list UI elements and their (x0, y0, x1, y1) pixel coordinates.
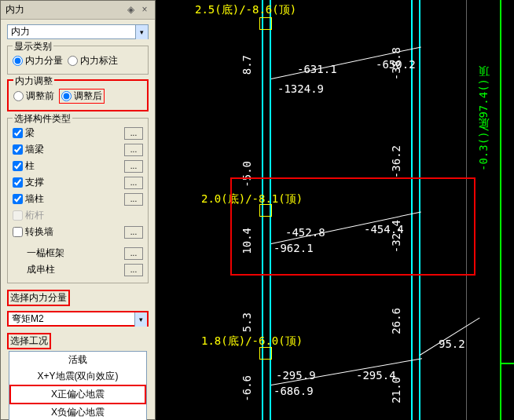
check-column[interactable]: 柱 (13, 159, 35, 173)
component-value: 弯矩M2 (12, 312, 44, 326)
node-square (259, 17, 272, 30)
main-dropdown[interactable]: 内力 ▾ (7, 24, 149, 39)
component-label: 选择内力分量 (7, 290, 70, 306)
list-item-selected[interactable]: X正偏心地震 (9, 385, 146, 404)
member-type-title: 选择构件类型 (13, 112, 72, 126)
vvalue: -38.8 (390, 47, 402, 80)
main-dropdown-value: 内力 (11, 25, 30, 38)
transferwall-options-button[interactable]: ... (124, 226, 143, 239)
member-type-group: 选择构件类型 梁... 墙梁... 柱... 支撑... 墙柱... 桁杆 转换… (7, 118, 149, 283)
check-brace[interactable]: 支撑 (13, 176, 44, 189)
list-item[interactable]: 活载 (9, 352, 146, 368)
panel-header: 内力 ◈ × (1, 1, 155, 20)
vvalue: -6.6 (240, 375, 253, 402)
case-listbox[interactable]: 活载 X+Y地震(双向效应) X正偏心地震 X负偏心地震 (9, 351, 147, 420)
value: -686.9 (274, 385, 314, 397)
check-wallcolumn[interactable]: 墙柱 (13, 192, 44, 206)
story-label-3: 1.8(底)/-6.0(顶) (201, 334, 303, 349)
check-truss: 桁杆 (13, 209, 44, 222)
vvalue: -36.2 (390, 145, 402, 178)
frame2-button[interactable]: ... (124, 264, 143, 276)
diagram-canvas[interactable]: 2.5(底)/-8.6(顶) 2.0(底)/-8.1(顶) 1.8(底)/-6.… (156, 0, 514, 420)
list-item[interactable]: X+Y地震(双向效应) (9, 368, 146, 385)
radio-after-adjust[interactable]: 调整后 (59, 89, 105, 104)
wall-label: -0.3(底)/-97.4(顶) (476, 79, 490, 171)
column-options-button[interactable]: ... (124, 160, 143, 173)
vvalue: 8.7 (240, 55, 253, 75)
check-transferwall[interactable]: 转换墙 (13, 225, 53, 239)
check-wallbeam[interactable]: 墙梁 (13, 143, 44, 156)
frame-label-1: 一榀框架 (27, 247, 64, 260)
story-label-1: 2.5(底)/-8.6(顶) (195, 3, 296, 17)
vvalue: 21.0 (390, 377, 402, 404)
beam-options-button[interactable]: ... (124, 127, 143, 140)
radio-force-annotation[interactable]: 内力标注 (68, 54, 118, 68)
chevron-down-icon: ▾ (134, 312, 147, 327)
wallcolumn-options-button[interactable]: ... (124, 193, 143, 206)
list-item[interactable]: X负偏心地震 (9, 404, 146, 420)
wall-hline (500, 363, 514, 364)
vvalue: 5.3 (240, 312, 253, 332)
frame-label-2: 成串柱 (27, 263, 55, 276)
vvalue: 26.6 (390, 308, 402, 334)
wall-line (500, 0, 501, 420)
value: -631.1 (297, 63, 337, 75)
component-dropdown[interactable]: 弯矩M2 ▾ (7, 311, 149, 327)
panel-title: 内力 (6, 3, 24, 16)
radio-force-component[interactable]: 内力分量 (13, 54, 63, 68)
value: -295.9 (276, 369, 316, 382)
radio-before-adjust[interactable]: 调整前 (13, 89, 54, 103)
pin-icon[interactable]: ◈ (125, 5, 136, 16)
highlight-box (230, 177, 475, 276)
wallbeam-options-button[interactable]: ... (124, 144, 143, 156)
adjust-title: 内力调整 (13, 75, 54, 88)
check-beam[interactable]: 梁 (13, 126, 35, 140)
value: 95.2 (439, 338, 465, 350)
close-icon[interactable]: × (139, 5, 150, 16)
sidebar-panel: 内力 ◈ × 内力 ▾ 显示类别 内力分量 内力标注 内力调整 调整前 调整后 … (0, 0, 156, 420)
case-label: 选择工况 (7, 333, 51, 349)
display-type-group: 显示类别 内力分量 内力标注 (7, 46, 149, 75)
chevron-down-icon: ▾ (135, 25, 148, 39)
brace-options-button[interactable]: ... (124, 177, 143, 189)
display-type-title: 显示类别 (13, 40, 53, 53)
node-square (259, 347, 272, 360)
frame1-button[interactable]: ... (124, 247, 143, 260)
adjust-group: 内力调整 调整前 调整后 (7, 79, 149, 111)
value: -1324.9 (277, 82, 324, 95)
